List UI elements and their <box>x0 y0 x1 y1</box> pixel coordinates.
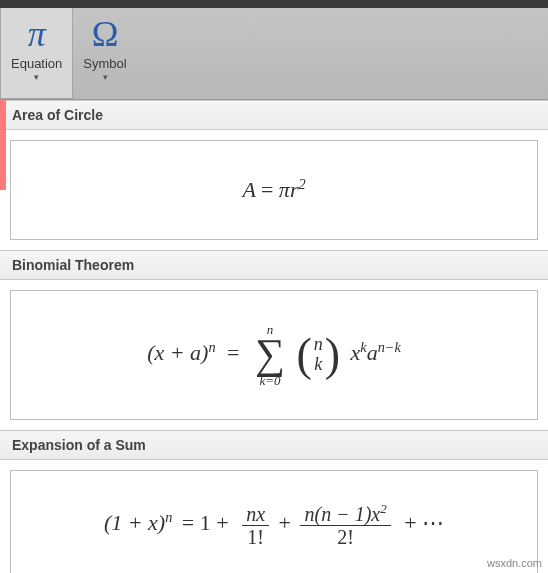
gallery-slot: (x + a)n = n ∑ k=0 ( n k ) xkan−k <box>0 280 548 430</box>
eq-text: A = πr2 <box>242 176 305 203</box>
window-titlebar <box>0 0 548 8</box>
gallery-header-area-of-circle: Area of Circle <box>0 100 548 130</box>
equation-expansion-of-sum[interactable]: (1 + x)n = 1 + nx 1! + n(n − 1)x2 2! + ⋯ <box>10 470 538 573</box>
equation-label: Equation <box>11 56 62 71</box>
equation-binomial-theorem[interactable]: (x + a)n = n ∑ k=0 ( n k ) xkan−k <box>10 290 538 420</box>
gallery-slot: (1 + x)n = 1 + nx 1! + n(n − 1)x2 2! + ⋯ <box>0 460 548 573</box>
pi-icon: π <box>28 14 46 54</box>
symbol-label: Symbol <box>83 56 126 71</box>
document-edge-marker <box>0 100 6 190</box>
watermark: wsxdn.com <box>487 557 542 569</box>
eq-text: (x + a)n = n ∑ k=0 ( n k ) xkan−k <box>147 323 401 387</box>
chevron-down-icon[interactable]: ▾ <box>103 72 108 82</box>
eq-text: (1 + x)n = 1 + nx 1! + n(n − 1)x2 2! + ⋯ <box>104 502 444 548</box>
gallery-header-expansion: Expansion of a Sum <box>0 430 548 460</box>
chevron-down-icon[interactable]: ▾ <box>34 72 39 82</box>
symbol-button[interactable]: Ω Symbol ▾ <box>73 8 136 99</box>
equation-gallery: Area of Circle A = πr2 Binomial Theorem … <box>0 100 548 573</box>
omega-icon: Ω <box>92 14 119 54</box>
equation-area-of-circle[interactable]: A = πr2 <box>10 140 538 240</box>
gallery-slot: A = πr2 <box>0 130 548 250</box>
ribbon-symbols-group: π Equation ▾ Ω Symbol ▾ <box>0 8 548 100</box>
gallery-header-binomial: Binomial Theorem <box>0 250 548 280</box>
equation-button[interactable]: π Equation ▾ <box>0 8 73 99</box>
